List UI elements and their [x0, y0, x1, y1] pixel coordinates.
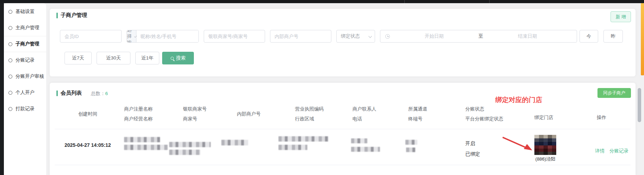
radio-circle-icon: [8, 26, 12, 30]
sidebar-item-label: 分账记录: [16, 57, 35, 63]
search-button[interactable]: 搜索: [162, 52, 194, 64]
sidebar-item-personal-account[interactable]: 个人开户: [4, 85, 46, 101]
col-header-region: 行政区域: [295, 116, 314, 122]
radio-circle-icon: [8, 107, 12, 111]
sidebar-item-basic-settings[interactable]: 基础设置: [4, 4, 46, 20]
col-header-contact: 商户联系人: [352, 106, 376, 112]
cell-split-status: 开启: [465, 140, 475, 147]
sidebar-item-label: 个人开户: [16, 89, 35, 96]
col-header-phone: 电话: [352, 116, 362, 122]
detail-link[interactable]: 详情: [595, 148, 605, 154]
col-header-created-at: 创建时间: [78, 111, 97, 117]
sidebar-item-split-account-review[interactable]: 分账开户审核: [4, 68, 46, 85]
cell-created-at: 2025-04-27 14:05:12: [65, 142, 111, 148]
redacted-merchant-no: [169, 150, 200, 155]
annotation-bind-store: 绑定对应的门店: [495, 95, 542, 105]
sync-sub-merchant-button[interactable]: 同步子商户: [597, 88, 631, 98]
sidebar-item-label: 子商户管理: [16, 41, 39, 47]
sidebar-item-label: 主商户管理: [16, 25, 39, 31]
list-title: 会员列表: [61, 90, 82, 96]
nickname-input[interactable]: [136, 30, 199, 42]
topbar-divider: [404, 0, 405, 3]
store-photo[interactable]: [534, 135, 556, 155]
page: 基础设置 主商户管理 子商户管理 分账记录 分账开户审核 个人开户 打款记录: [0, 0, 644, 175]
col-header-actions: 操作: [597, 114, 606, 121]
redacted-terminal: [406, 148, 415, 152]
search-button-label: 搜索: [176, 55, 186, 61]
add-button[interactable]: 新 增: [611, 11, 631, 22]
end-date-placeholder[interactable]: 结束日期: [483, 33, 572, 39]
redacted-channel: [405, 140, 417, 145]
yesterday-button[interactable]: 昨: [603, 30, 623, 43]
sidebar-item-label: 打款记录: [16, 106, 35, 112]
cell-store-name: (886)泾阳: [529, 156, 561, 162]
col-header-bound-store: 绑定门店: [534, 114, 553, 121]
col-header-internal-no: 内部商户号: [237, 111, 261, 117]
sidebar: 基础设置 主商户管理 子商户管理 分账记录 分账开户审核 个人开户 打款记录: [4, 3, 46, 175]
redacted-register-name: [124, 137, 160, 142]
radio-circle-icon: [8, 91, 12, 95]
date-range-to-label: 至: [478, 33, 483, 39]
radio-circle-icon: [8, 75, 12, 79]
col-header-terminal-no: 终端号: [408, 116, 423, 122]
sidebar-item-main-merchant[interactable]: 主商户管理: [4, 20, 46, 36]
redacted-region: [278, 145, 307, 150]
window-left-edge: [0, 3, 4, 175]
start-date-placeholder[interactable]: 开始日期: [390, 33, 478, 39]
row-divider: [55, 165, 631, 165]
browser-top-strip: [0, 0, 644, 3]
col-header-unionpay-no: 银联商家号: [183, 106, 207, 112]
col-header-license-code: 营业执照编码: [295, 106, 324, 112]
select-by-label: 选择按: [127, 30, 133, 43]
split-records-link[interactable]: 分账记录: [609, 148, 628, 154]
col-header-channel: 所属通道: [408, 106, 427, 112]
title-accent-bar: [56, 90, 58, 96]
row-divider: [55, 129, 631, 129]
redacted-unionpay-no: [169, 142, 211, 147]
col-header-platform-bind-status: 平台分账绑定状态: [465, 116, 503, 122]
col-header-business-name: 商户经营名称: [124, 116, 153, 122]
last-30-days-button[interactable]: 近30天: [97, 52, 130, 64]
total-count: 总数：6: [91, 90, 108, 97]
redacted-internal-no: [221, 140, 248, 145]
total-value: 6: [105, 91, 108, 96]
col-header-register-name: 商户注册名称: [124, 106, 153, 112]
topbar-divider: [489, 0, 490, 3]
member-id-input[interactable]: [60, 30, 122, 43]
today-button[interactable]: 今: [579, 30, 598, 43]
col-header-split-status: 分账状态: [465, 106, 484, 112]
bind-status-label: 绑定状态: [341, 33, 360, 39]
redacted-license-code: [278, 136, 329, 142]
sidebar-item-label: 基础设置: [16, 8, 35, 15]
radio-circle-icon: [8, 58, 12, 62]
capture-progress-indicator: [641, 3, 644, 75]
nickname-combo-input: 选择按: [127, 30, 199, 43]
sidebar-item-sub-merchant[interactable]: 子商户管理: [4, 36, 46, 52]
title-accent-bar: [56, 13, 58, 18]
redacted-business-name: [124, 145, 168, 150]
clock-icon: [385, 34, 390, 39]
sidebar-item-split-records[interactable]: 分账记录: [4, 52, 46, 68]
date-range-picker[interactable]: 开始日期 至 结束日期: [380, 30, 577, 43]
redacted-phone: [351, 147, 380, 152]
unionpay-merchant-input[interactable]: [204, 30, 265, 43]
radio-circle-icon: [8, 42, 12, 46]
bind-status-select[interactable]: 绑定状态: [336, 30, 375, 43]
internal-merchant-input[interactable]: [270, 30, 331, 43]
select-by-dropdown[interactable]: 选择按: [127, 30, 136, 42]
radio-circle-icon: [8, 10, 12, 14]
annotation-arrow: [501, 135, 536, 154]
sidebar-item-label: 分账开户审核: [16, 73, 44, 80]
total-label: 总数：: [91, 91, 105, 96]
last-1-year-button[interactable]: 近1年: [135, 52, 159, 64]
redacted-contact: [351, 138, 367, 143]
search-icon: [171, 57, 174, 60]
chevron-down-icon: [368, 34, 372, 38]
sidebar-item-payment-records[interactable]: 打款记录: [4, 101, 46, 117]
col-header-merchant-no: 商家号: [183, 116, 197, 122]
last-7-days-button[interactable]: 近7天: [65, 52, 92, 64]
search-card: 子商户管理: [50, 9, 636, 76]
page-title: 子商户管理: [61, 12, 87, 19]
scrollbar-thumb[interactable]: [638, 88, 641, 122]
cell-platform-bind-status: 已绑定: [465, 151, 480, 157]
